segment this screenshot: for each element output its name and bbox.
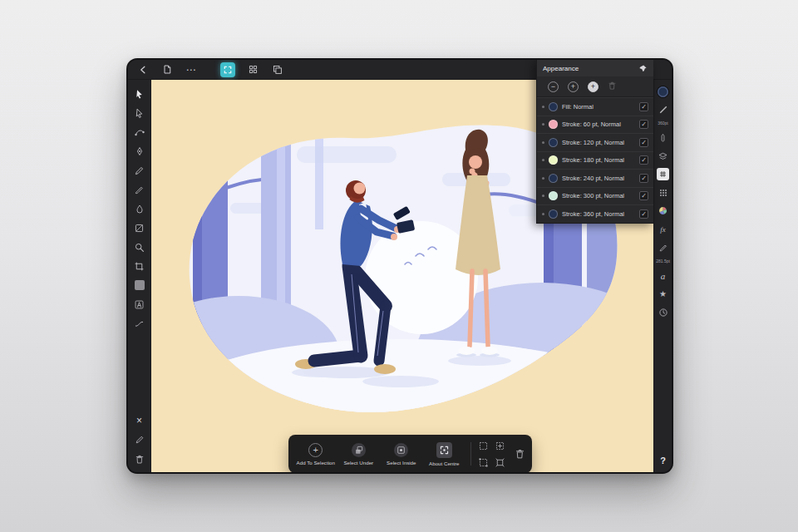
appearance-row[interactable]: Stroke: 360 pt, Normal ✓ xyxy=(537,204,653,223)
grid-view-button[interactable] xyxy=(246,63,259,76)
visibility-checkbox[interactable]: ✓ xyxy=(639,191,648,200)
node-tool-icon xyxy=(134,107,145,119)
text-size-label: 281.5pt xyxy=(656,259,670,264)
curve-tool-button[interactable] xyxy=(132,126,147,139)
back-button[interactable] xyxy=(136,63,150,76)
snap-grid-button[interactable] xyxy=(657,168,669,180)
document-button[interactable] xyxy=(160,63,174,76)
grid-icon xyxy=(248,64,259,75)
color-wheel-button[interactable] xyxy=(657,204,669,217)
button-label: About Centre xyxy=(429,461,459,466)
trash-icon xyxy=(608,81,617,91)
text-tool-icon xyxy=(134,299,145,310)
zoom-tool-button[interactable] xyxy=(132,240,147,254)
pixel-grid-button[interactable] xyxy=(657,186,669,199)
edit-button[interactable] xyxy=(132,433,147,446)
stroke-swatch xyxy=(549,155,558,165)
shape-tool-icon xyxy=(134,318,145,328)
back-icon xyxy=(138,65,148,75)
clock-icon xyxy=(658,308,668,318)
row-label: Stroke: 60 pt, Normal xyxy=(562,121,635,128)
selected-tool-button[interactable] xyxy=(220,62,235,77)
marquee-expand-icon xyxy=(495,457,505,468)
fill-tool-icon xyxy=(135,204,145,214)
gradient-tool-button[interactable] xyxy=(132,221,147,234)
appearance-row[interactable]: Stroke: 300 pt, Normal ✓ xyxy=(537,187,653,205)
color-swatch-button[interactable] xyxy=(132,278,147,292)
layers-icon xyxy=(658,151,668,161)
visibility-checkbox[interactable]: ✓ xyxy=(639,174,648,183)
appearance-panel-header: Appearance xyxy=(537,60,653,76)
row-label: Stroke: 240 pt, Normal xyxy=(562,175,635,182)
stroke-panel-button[interactable] xyxy=(657,103,669,116)
add-to-selection-button[interactable]: + Add To Selection xyxy=(295,443,337,466)
plus-icon: + xyxy=(571,83,575,91)
visibility-checkbox[interactable]: ✓ xyxy=(639,138,648,147)
marquee-corner-icon xyxy=(478,457,489,468)
visibility-checkbox[interactable]: ✓ xyxy=(639,155,648,165)
crop-tool-button[interactable] xyxy=(132,259,147,273)
typography-button[interactable]: a xyxy=(657,269,669,282)
brush-tool-button[interactable] xyxy=(132,183,147,196)
remove-style-button[interactable]: − xyxy=(548,81,559,92)
visibility-checkbox[interactable]: ✓ xyxy=(639,102,648,111)
appearance-row[interactable]: Stroke: 240 pt, Normal ✓ xyxy=(537,169,653,187)
about-centre-icon xyxy=(436,442,452,458)
layers-button[interactable] xyxy=(657,150,669,162)
history-button[interactable] xyxy=(657,306,669,318)
selection-mode-button[interactable] xyxy=(494,440,506,452)
trash-icon xyxy=(515,448,525,460)
add-fill-button[interactable]: + xyxy=(588,81,598,92)
pencil-tool-icon xyxy=(134,165,145,176)
select-under-button[interactable]: Select Under xyxy=(338,443,380,466)
marquee-move-icon xyxy=(495,441,505,451)
text-tool-button[interactable] xyxy=(132,298,147,311)
deselect-button[interactable]: × xyxy=(132,414,147,427)
pencil-tool-button[interactable] xyxy=(132,164,147,177)
check-icon: ✓ xyxy=(641,192,647,200)
appearance-row[interactable]: Stroke: 60 pt, Normal ✓ xyxy=(537,116,653,134)
brush-tool-icon xyxy=(134,185,145,195)
appearance-row[interactable]: Fill: Normal ✓ xyxy=(537,97,653,116)
current-color-indicator[interactable] xyxy=(658,86,668,97)
help-button[interactable]: ? xyxy=(660,456,666,466)
move-tool-button[interactable] xyxy=(132,87,147,101)
more-options-button[interactable]: ⋯ xyxy=(185,63,198,76)
stylus-icon xyxy=(658,132,667,143)
about-centre-button[interactable]: About Centre xyxy=(424,442,466,466)
selection-mode-button[interactable] xyxy=(494,456,506,469)
delete-selection-button[interactable] xyxy=(515,448,525,460)
stroke-swatch xyxy=(549,209,558,219)
select-under-icon xyxy=(352,443,366,457)
selection-mode-button[interactable] xyxy=(477,440,490,452)
pin-icon[interactable] xyxy=(638,64,648,73)
button-label: Select Under xyxy=(343,460,373,466)
shape-tool-button[interactable] xyxy=(132,317,147,330)
row-bullet xyxy=(542,123,544,126)
snap-grid-icon xyxy=(658,170,667,179)
visibility-checkbox[interactable]: ✓ xyxy=(639,209,648,219)
tools-toolbar: × xyxy=(128,80,151,472)
node-tool-button[interactable] xyxy=(132,106,147,120)
row-bullet xyxy=(542,106,544,108)
select-inside-button[interactable]: Select Inside xyxy=(381,443,422,466)
check-icon: ✓ xyxy=(641,175,647,182)
delete-style-button[interactable] xyxy=(608,81,617,92)
selection-mode-button[interactable] xyxy=(477,456,490,469)
delete-tool-button[interactable] xyxy=(132,452,147,466)
appearance-row[interactable]: Stroke: 180 pt, Normal ✓ xyxy=(537,151,653,170)
favorites-button[interactable]: ★ xyxy=(657,288,669,300)
pen-tool-button[interactable] xyxy=(132,145,147,158)
studio-toolbar: 360pt fx 281.5pt a ★ ? xyxy=(653,80,672,472)
add-stroke-button[interactable]: + xyxy=(568,81,579,92)
fill-tool-button[interactable] xyxy=(132,202,147,215)
appearance-row[interactable]: Stroke: 120 pt, Normal ✓ xyxy=(537,133,653,151)
panels-button[interactable] xyxy=(270,63,283,76)
swatch-icon xyxy=(135,280,145,290)
effects-button[interactable]: fx xyxy=(657,223,669,235)
toolbar-divider xyxy=(470,442,471,466)
stylus-button[interactable] xyxy=(657,131,669,144)
brushes-button[interactable] xyxy=(657,241,669,254)
pen-tool-icon xyxy=(135,145,145,157)
visibility-checkbox[interactable]: ✓ xyxy=(639,120,648,129)
